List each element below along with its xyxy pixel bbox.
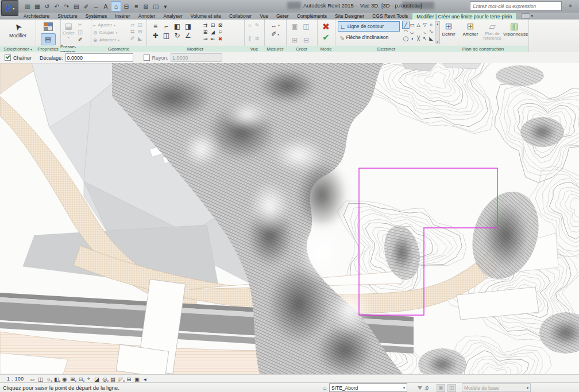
draw-pick-walls-icon[interactable]: ◣ [428, 35, 434, 42]
ribbon-tab[interactable]: CGS Revit Tools [368, 13, 412, 20]
draw-polygon-circumscribed-icon[interactable]: ▽ [422, 21, 428, 28]
afficher-button[interactable]: ⊞ Afficher [460, 21, 481, 48]
family-types-button[interactable] [41, 21, 55, 32]
align-icon[interactable]: ≡ [150, 22, 161, 31]
aligned-dimension-icon[interactable]: ↔ [91, 2, 101, 11]
search-binoculars-icon[interactable]: ⌖ [565, 2, 576, 10]
ribbon-tab[interactable]: Annoter [134, 13, 160, 20]
thin-lines-icon[interactable]: ≡ [132, 2, 141, 11]
draw-pick-lines-icon[interactable]: ╳ [415, 35, 422, 42]
close-hidden-windows-icon[interactable]: ⊠ [141, 2, 150, 11]
draw-polygon-inscribed-icon[interactable]: △ [415, 21, 422, 28]
draw-arc-start-end-icon[interactable]: ◠ [403, 28, 409, 35]
reveal-hidden-elements-icon[interactable]: ◎ [101, 375, 109, 382]
displacement-icon[interactable]: ▣ [133, 375, 141, 382]
design-option-select[interactable]: Modèle de base▾ [462, 383, 531, 392]
temporary-view-properties-icon[interactable]: ▤ [109, 375, 117, 382]
ribbon-tab[interactable]: Systèmes [82, 13, 111, 20]
offset-input[interactable] [65, 53, 133, 62]
cancel-sketch-button[interactable]: ✖ [322, 21, 330, 32]
move-icon[interactable]: ✚ [150, 31, 161, 40]
ligne-de-contour-button[interactable]: ∟ Ligne de contour [338, 21, 400, 32]
chain-checkbox[interactable] [5, 55, 11, 61]
draw-spline-icon[interactable]: ∿ [428, 28, 434, 35]
scale-button[interactable]: 1 : 100 [7, 376, 24, 382]
panel-label-selectionner[interactable]: Sélectionner▾ [0, 46, 36, 52]
measure-diagonal-icon[interactable]: ✐ ▾ [271, 30, 279, 38]
text-icon[interactable]: A [101, 2, 110, 11]
match-type-icon[interactable]: ✐ [76, 36, 84, 43]
qat-customize-caret[interactable]: ▾ [161, 2, 170, 11]
switch-windows-icon[interactable]: ◫ [151, 2, 160, 11]
copy-icon[interactable]: ◫ [161, 31, 172, 40]
draw-rectangle-icon[interactable]: ▭ [409, 21, 415, 28]
ribbon-tab[interactable]: Architecture [20, 13, 53, 20]
crop-region-icon[interactable]: ⊡ [77, 375, 85, 382]
fleche-inclinaison-button[interactable]: ⇘ Flèche d'inclinaison [338, 33, 400, 42]
ribbon-tab[interactable]: Analyser [159, 13, 186, 20]
ribbon-tab[interactable]: Site Designer [331, 13, 368, 20]
undo-icon[interactable]: ↶ [52, 2, 61, 11]
draw-circle-icon[interactable]: ○ [428, 21, 434, 28]
unpin-icon[interactable]: ⚐ [217, 29, 224, 36]
redo-icon[interactable]: ↷ [62, 2, 71, 11]
draw-arc-center-icon[interactable]: ◡ [409, 28, 415, 35]
visionneuse-button[interactable]: ▥ Visionneuse [503, 21, 525, 48]
modify-tool-button[interactable]: ➤ Modifier [0, 20, 36, 48]
ribbon-tab[interactable]: Insérer [111, 13, 134, 20]
locked-3d-view-icon[interactable]: ⌖ [85, 375, 93, 382]
cope-icon[interactable]: ⌐ [161, 22, 172, 31]
ribbon-tab[interactable]: Gérer [272, 13, 293, 20]
radius-checkbox[interactable] [144, 55, 150, 61]
drawing-area[interactable] [0, 63, 579, 374]
constraints-icon[interactable]: ⊟ [125, 375, 133, 382]
properties-button[interactable]: ▤ [41, 33, 56, 45]
draw-arc-tangent-icon[interactable]: ⌒ [415, 28, 422, 35]
section-icon[interactable]: ⊟ [122, 2, 131, 11]
scale-icon[interactable]: ◢ [209, 29, 217, 36]
definir-button[interactable]: ⊞ Définir [438, 21, 460, 48]
application-menu-button[interactable]: R ▾ [1, 0, 18, 16]
print-icon[interactable]: ▤ [72, 2, 81, 11]
ribbon-tab[interactable]: Vue [256, 13, 272, 20]
finish-sketch-button[interactable]: ✔ [322, 32, 330, 42]
shadows-icon[interactable]: ◧ [53, 375, 61, 382]
ribbon-tab[interactable]: Collaborer [225, 13, 256, 20]
analytical-model-icon[interactable]: ◸ [117, 375, 125, 382]
detail-level-icon[interactable]: ◫ [37, 375, 45, 382]
rendering-dialog-icon[interactable]: ◉ [61, 375, 69, 382]
offset-icon[interactable]: ⇉ [202, 22, 209, 29]
open-icon[interactable]: ▥ [23, 2, 32, 11]
crop-view-icon[interactable]: ⊞ [69, 375, 77, 382]
sync-icon[interactable]: ↺ [43, 2, 52, 11]
array-icon[interactable]: ⊞ [202, 29, 209, 36]
vcb-collapse-caret[interactable]: ◂ [141, 375, 149, 382]
draw-pick-icon[interactable]: ↖ [422, 35, 428, 42]
align-left-icon[interactable]: ⇤ [209, 36, 217, 42]
ribbon-tab[interactable]: Volume et site [187, 13, 225, 20]
mirror-pick-axis-icon[interactable]: ◧ [172, 22, 183, 31]
filter-icon[interactable] [418, 386, 422, 390]
default-3d-view-icon[interactable]: ⌂ [111, 1, 121, 11]
active-workset-select[interactable]: SITE_Abord▾ [329, 383, 407, 392]
ribbon-tab[interactable]: Compléments [293, 13, 331, 20]
temporary-hide-isolate-icon[interactable]: ◪ [93, 375, 101, 382]
delete-icon[interactable]: ✖ [217, 36, 224, 42]
align-right-icon[interactable]: ⇥ [202, 36, 209, 42]
rotate-icon[interactable]: ↻ [172, 31, 183, 40]
trim-icon[interactable]: ∠ [183, 31, 194, 40]
save-icon[interactable]: ▦ [33, 2, 42, 11]
draw-line-icon[interactable]: ╱ [403, 21, 409, 28]
sun-path-icon[interactable]: ☼ [45, 375, 53, 382]
draw-partial-ellipse-icon[interactable]: ◗ [409, 35, 415, 42]
mirror-draw-axis-icon[interactable]: ◨ [183, 22, 194, 31]
split-icon[interactable]: ⊡ [209, 22, 217, 29]
measure-dimension-icon[interactable]: ↔ ▾ [271, 22, 280, 29]
measure-icon[interactable]: ✐ [82, 2, 91, 11]
ribbon-tab[interactable]: Structure [53, 13, 82, 20]
search-input[interactable] [470, 1, 562, 11]
visual-style-icon[interactable]: ▱ [29, 375, 37, 382]
pin-icon[interactable]: ⊠ [217, 22, 224, 29]
draw-ellipse-icon[interactable]: ◯ [403, 35, 409, 42]
draw-fillet-arc-icon[interactable]: ◟ [422, 28, 428, 35]
